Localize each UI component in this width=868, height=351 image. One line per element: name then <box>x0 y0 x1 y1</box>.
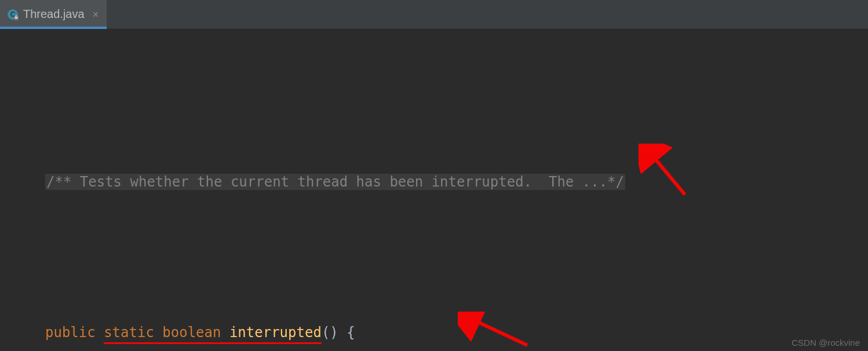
syntax-parens-brace: () { <box>322 324 355 341</box>
code-line: public static boolean interrupted() { <box>45 317 862 348</box>
watermark-text: CSDN @rockvine <box>792 338 860 348</box>
code-line: /** Tests whether the current thread has… <box>45 167 862 197</box>
keyword-public: public <box>45 324 96 341</box>
tab-filename: Thread.java <box>23 8 85 21</box>
code-editor[interactable]: /** Tests whether the current thread has… <box>0 29 868 351</box>
folded-comment[interactable]: /** Tests whether the current thread has… <box>45 174 625 190</box>
tab-thread-java[interactable]: C Thread.java × <box>0 0 107 28</box>
method-name-interrupted: interrupted <box>229 324 322 341</box>
editor-tab-bar: C Thread.java × <box>0 0 868 29</box>
keyword-static: static <box>104 324 154 341</box>
java-class-file-icon: C <box>7 9 19 20</box>
svg-rect-3 <box>15 17 18 19</box>
close-icon[interactable]: × <box>93 9 99 20</box>
keyword-boolean: boolean <box>162 324 221 341</box>
